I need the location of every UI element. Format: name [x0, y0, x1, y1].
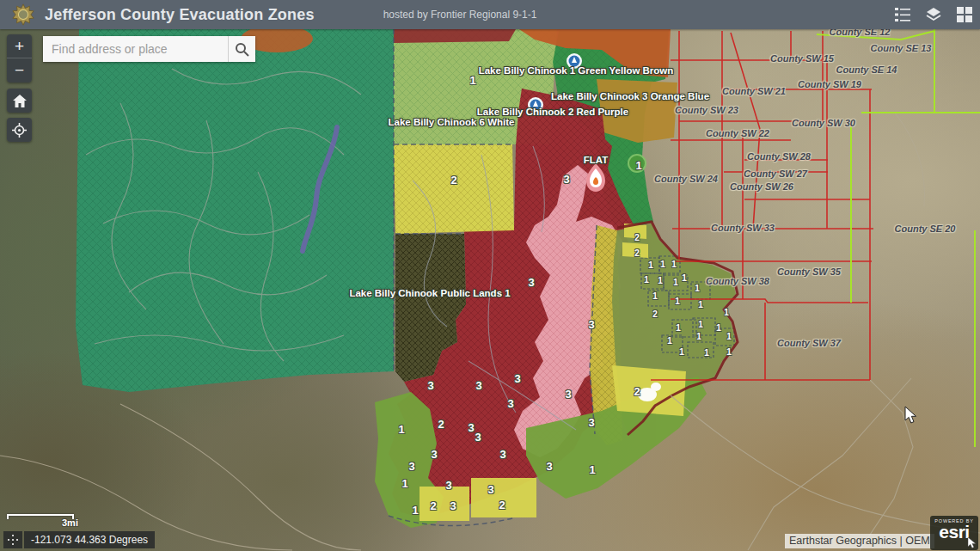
basemap-grid-icon: [956, 6, 973, 23]
search-input[interactable]: [43, 36, 228, 62]
legend-icon: [894, 7, 911, 22]
zoom-out-button[interactable]: −: [7, 58, 32, 83]
page-title: Jefferson County Evacuation Zones: [45, 6, 315, 24]
page-subtitle: hosted by Frontier Regional 9-1-1: [383, 9, 537, 21]
map-app: Lake Billy Chinook 1 Green Yellow BrownL…: [0, 0, 980, 551]
coordinate-widget: -121.073 44.363 Degrees: [3, 531, 155, 548]
locate-icon: [12, 123, 27, 138]
map-art: [0, 0, 980, 551]
zone-yellow-upper[interactable]: [394, 144, 514, 234]
home-button[interactable]: [7, 89, 32, 113]
zone-darkred-top[interactable]: [394, 29, 516, 43]
app-header: Jefferson County Evacuation Zones hosted…: [0, 0, 980, 29]
search-button[interactable]: [228, 36, 255, 62]
home-icon: [13, 95, 27, 107]
park-emblem: [628, 155, 646, 172]
sheriff-badge-icon: [12, 3, 34, 26]
locate-button[interactable]: [7, 118, 32, 142]
zoom-in-button[interactable]: +: [7, 34, 32, 58]
legend-button[interactable]: [887, 0, 918, 29]
layers-icon: [925, 6, 942, 23]
tracking-button[interactable]: [3, 531, 22, 548]
county-lines-green: [817, 29, 980, 447]
esri-logo[interactable]: POWERED BY esri: [930, 516, 978, 550]
basemap-button[interactable]: [949, 0, 980, 29]
tracking-crosshair-icon: [8, 535, 18, 545]
map-canvas[interactable]: [0, 0, 980, 551]
map-attribution: Earthstar Geographics | OEM: [785, 534, 934, 548]
esri-arrow-icon: [967, 537, 977, 548]
zone-gold[interactable]: [597, 79, 677, 143]
search-icon: [235, 42, 249, 57]
layers-button[interactable]: [918, 0, 949, 29]
boat-marker-icon[interactable]: [528, 97, 543, 113]
search-widget: [43, 36, 255, 62]
boat-marker-icon[interactable]: [567, 53, 582, 69]
coordinates-readout: -121.073 44.363 Degrees: [24, 531, 155, 548]
zoom-control: + −: [7, 34, 32, 83]
